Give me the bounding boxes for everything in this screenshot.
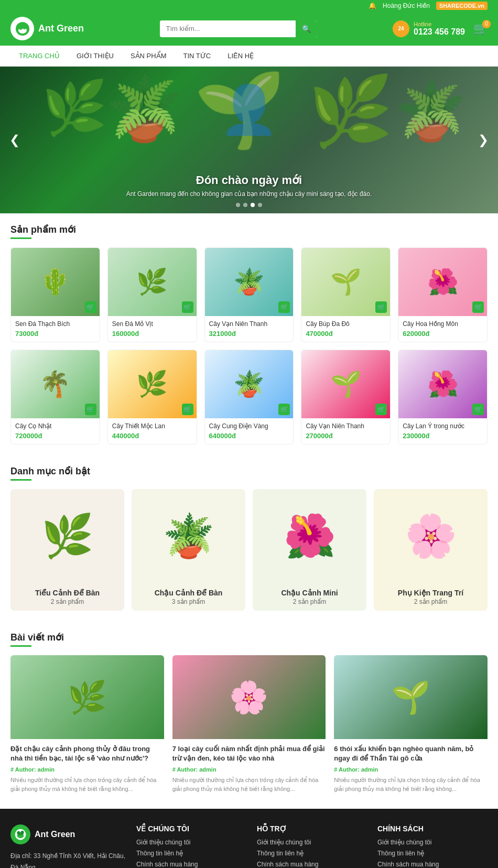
product-cart-icon-3[interactable]: 🛒 xyxy=(375,301,387,313)
product-card-2[interactable]: 🪴 🛒 Cây Vạn Niên Thanh 321000đ xyxy=(204,247,294,342)
cart-button[interactable]: 🛒 0 xyxy=(473,22,488,36)
footer-support-item-0[interactable]: Giới thiệu chúng tôi xyxy=(257,839,311,846)
header-right: 24 Hotline 0123 456 789 🛒 0 xyxy=(393,20,488,37)
category-plant-icon-1: 🪴 xyxy=(163,489,215,583)
footer-support-title: HỖ TRỢ xyxy=(257,824,367,833)
hero-title: Đón chào ngày mới xyxy=(126,173,372,187)
footer-support-item-2[interactable]: Chính sách mua hàng xyxy=(257,861,318,868)
product-img-0: 🌵 🛒 xyxy=(11,248,100,316)
blog-author-0: # Author: admin xyxy=(10,766,164,773)
footer-about-item-1[interactable]: Thông tin liên hệ xyxy=(136,850,183,857)
search-button[interactable]: 🔍 xyxy=(296,20,317,37)
footer-support-item-1[interactable]: Thông tin liên hệ xyxy=(257,850,304,857)
product-cart-icon-9[interactable]: 🛒 xyxy=(472,404,484,415)
product-name-0: Sen Đá Thạch Bích xyxy=(15,320,95,328)
product-name-9: Cây Lan Ý trong nước xyxy=(403,422,483,430)
product-price-9: 230000đ xyxy=(403,432,483,440)
product-card-4[interactable]: 🌺 🛒 Cây Hoa Hồng Môn 620000đ xyxy=(398,247,488,342)
footer-logo: Ant Green xyxy=(10,824,126,844)
product-name-7: Cây Cung Điện Vàng xyxy=(209,422,289,430)
product-cart-icon-1[interactable]: 🛒 xyxy=(182,301,193,313)
nav-item-products[interactable]: SẢN PHẨM xyxy=(122,46,175,66)
logo[interactable]: Ant Green xyxy=(10,17,84,40)
product-img-1: 🌿 🛒 xyxy=(108,248,197,316)
product-name-6: Cây Thiết Mộc Lan xyxy=(112,422,192,430)
category-card-1[interactable]: 🪴 Chậu Cảnh Để Bàn 3 sản phẩm xyxy=(132,489,245,611)
hero-dot-1[interactable] xyxy=(236,203,240,207)
products-title: Sản phẩm mới xyxy=(10,224,488,235)
category-plant-icon-3: 🌸 xyxy=(405,489,457,583)
footer-about-item-2[interactable]: Chính sách mua hàng xyxy=(136,861,198,868)
products-section: Sản phẩm mới 🌵 🛒 Sen Đá Thạch Bích 73000… xyxy=(0,213,498,455)
category-label-0: Tiểu Cảnh Để Bàn 2 sản phẩm xyxy=(10,583,124,611)
footer-main: Ant Green Địa chỉ: 33 Nghề Tỉnh Xô Viết,… xyxy=(0,809,498,868)
nav-item-contact[interactable]: LIÊN HỆ xyxy=(219,46,262,66)
categories-section: Danh mục nổi bật 🌿 Tiểu Cảnh Để Bàn 2 sả… xyxy=(0,455,498,621)
footer-brand: Ant Green Địa chỉ: 33 Nghề Tỉnh Xô Viết,… xyxy=(10,824,126,868)
footer-policy-item-1[interactable]: Thông tin liên hệ xyxy=(377,850,424,857)
blog-author-2: # Author: admin xyxy=(334,766,488,773)
blog-card-1[interactable]: 🌸 7 loại cây cuối năm nhất định phải mua… xyxy=(172,655,326,798)
hero-dot-3[interactable] xyxy=(251,203,255,207)
category-card-2[interactable]: 🌺 Chậu Cảnh Mini 2 sản phẩm xyxy=(253,489,366,611)
search-bar: 🔍 xyxy=(160,20,317,37)
product-img-2: 🪴 🛒 xyxy=(205,248,294,316)
blog-card-title-2: 6 thói xấu khiến bạn nghèo quanh năm, bỏ… xyxy=(334,744,488,763)
nav-item-about[interactable]: GIỚI THIỆU xyxy=(68,46,122,66)
product-price-3: 470000đ xyxy=(306,330,386,338)
product-cart-icon-8[interactable]: 🛒 xyxy=(375,404,387,415)
footer-policy-col: CHÍNH SÁCH Giới thiệu chúng tôi Thông ti… xyxy=(377,824,488,868)
footer-about-item-0[interactable]: Giới thiệu chúng tôi xyxy=(136,839,190,846)
product-card-3[interactable]: 🌱 🛒 Cây Búp Đa Đô 470000đ xyxy=(301,247,391,342)
category-card-0[interactable]: 🌿 Tiểu Cảnh Để Bàn 2 sản phẩm xyxy=(10,489,124,611)
search-input[interactable] xyxy=(160,20,296,37)
hero-arrow-left[interactable]: ❮ xyxy=(5,128,24,151)
blog-img-0: 🌿 xyxy=(10,655,164,739)
hero-banner: 🌿 🪴 🌱 🌿 🪴 👤 Đón chào ngày mới Ant Garden… xyxy=(0,67,498,213)
product-cart-icon-6[interactable]: 🛒 xyxy=(182,404,193,415)
product-price-7: 640000đ xyxy=(209,432,289,440)
product-card-5[interactable]: 🌴 🛒 Cây Cọ Nhật 720000đ xyxy=(10,350,100,444)
footer-policy-item-0[interactable]: Giới thiệu chúng tôi xyxy=(377,839,431,846)
products-underline xyxy=(10,237,31,239)
footer-policy-item-2[interactable]: Chính sách mua hàng xyxy=(377,861,439,868)
footer-info: Địa chỉ: 33 Nghề Tỉnh Xô Viết, Hải Châu,… xyxy=(10,851,126,868)
hotline-label: Hotline xyxy=(414,21,465,27)
hero-dot-4[interactable] xyxy=(258,203,262,207)
notification-icon[interactable]: 🔔 xyxy=(369,2,376,9)
product-cart-icon-2[interactable]: 🛒 xyxy=(278,301,290,313)
category-count-3: 2 sản phẩm xyxy=(379,598,482,605)
product-cart-icon-5[interactable]: 🛒 xyxy=(85,404,96,415)
product-price-8: 270000đ xyxy=(306,432,386,440)
hero-dot-2[interactable] xyxy=(243,203,247,207)
blog-card-0[interactable]: 🌿 Đặt chậu cây cảnh phong thủy ở đâu tro… xyxy=(10,655,164,798)
category-name-1: Chậu Cảnh Để Bàn xyxy=(137,589,240,597)
product-name-2: Cây Vạn Niên Thanh xyxy=(209,320,289,328)
category-count-1: 3 sản phẩm xyxy=(137,598,240,605)
blog-img-2: 🌱 xyxy=(334,655,488,739)
product-card-1[interactable]: 🌿 🛒 Sen Đá Mỏ Vịt 160000đ xyxy=(107,247,197,342)
hero-arrow-right[interactable]: ❯ xyxy=(474,128,493,151)
nav-item-home[interactable]: TRANG CHỦ xyxy=(10,46,68,66)
product-img-5: 🌴 🛒 xyxy=(11,350,100,418)
blog-excerpt-2: Nhiều người thường chỉ lựa chọn trồng câ… xyxy=(334,776,488,793)
product-card-6[interactable]: 🌿 🛒 Cây Thiết Mộc Lan 440000đ xyxy=(107,350,197,444)
blog-card-2[interactable]: 🌱 6 thói xấu khiến bạn nghèo quanh năm, … xyxy=(334,655,488,798)
product-cart-icon-7[interactable]: 🛒 xyxy=(278,404,290,415)
nav-item-news[interactable]: TIN TỨC xyxy=(175,46,220,66)
product-name-4: Cây Hoa Hồng Môn xyxy=(403,320,483,328)
product-img-4: 🌺 🛒 xyxy=(398,248,487,316)
product-price-4: 620000đ xyxy=(403,330,483,338)
category-card-3[interactable]: 🌸 Phụ Kiện Trang Trí 2 sản phẩm xyxy=(374,489,488,611)
product-card-8[interactable]: 🌱 🛒 Cây Vạn Niên Thanh 270000đ xyxy=(301,350,391,444)
blog-img-1: 🌸 xyxy=(172,655,326,739)
product-cart-icon-0[interactable]: 🛒 xyxy=(85,301,96,313)
product-card-7[interactable]: 🪴 🛒 Cây Cung Điện Vàng 640000đ xyxy=(204,350,294,444)
product-cart-icon-4[interactable]: 🛒 xyxy=(472,301,484,313)
product-card-9[interactable]: 🌺 🛒 Cây Lan Ý trong nước 230000đ xyxy=(398,350,488,444)
hero-subtitle: Ant Garden mang đến cho không gian của b… xyxy=(126,190,372,198)
blog-underline xyxy=(10,645,31,647)
blog-card-title-0: Đặt chậu cây cảnh phong thủy ở đâu trong… xyxy=(10,744,164,763)
blog-card-title-1: 7 loại cây cuối năm nhất định phải mua đ… xyxy=(172,744,326,763)
product-card-0[interactable]: 🌵 🛒 Sen Đá Thạch Bích 73000đ xyxy=(10,247,100,342)
